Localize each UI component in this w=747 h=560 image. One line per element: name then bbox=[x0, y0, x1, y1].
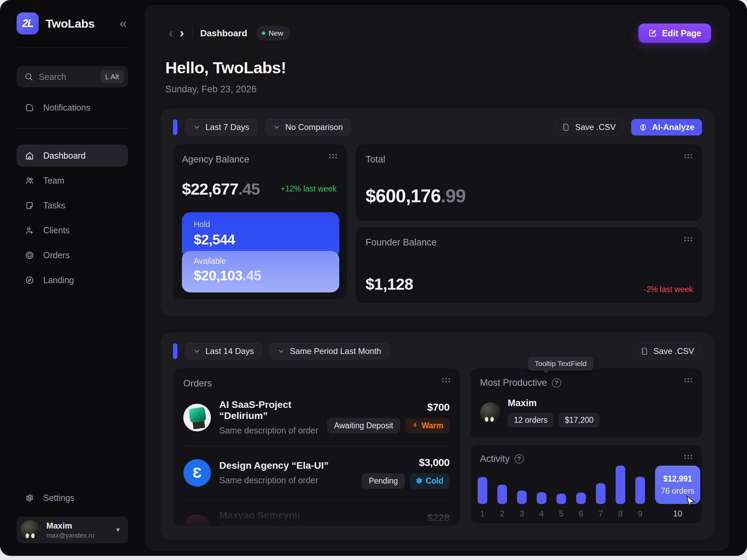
sidebar-item-tasks[interactable]: Tasks bbox=[17, 194, 128, 216]
edit-page-button[interactable]: Edit Page bbox=[638, 24, 711, 43]
compass-icon bbox=[25, 276, 34, 285]
order-status-badge: Pending bbox=[362, 473, 405, 489]
sidebar-item-orders[interactable]: Orders bbox=[17, 244, 128, 266]
orders-section: Last 14 Days Same Period Last Month Save… bbox=[160, 333, 714, 540]
nav-back-icon[interactable]: ‹ bbox=[165, 26, 176, 40]
available-amount: $20,103.45 bbox=[194, 268, 339, 283]
activity-bar[interactable] bbox=[556, 494, 566, 504]
agency-balance-amount: $22,677 bbox=[182, 179, 238, 198]
green-dot-icon bbox=[262, 31, 265, 35]
comparison-filter-dropdown[interactable]: Same Period Last Month bbox=[269, 343, 389, 360]
home-icon bbox=[25, 151, 34, 160]
activity-bar[interactable] bbox=[478, 477, 487, 504]
sidebar-item-team[interactable]: Team bbox=[17, 169, 128, 192]
main-panel: ‹ › Dashboard New Edit Page Hello, TwoLa… bbox=[145, 5, 730, 551]
search-input[interactable]: Search L Alt bbox=[17, 66, 128, 87]
breadcrumb[interactable]: Dashboard bbox=[200, 28, 247, 39]
file-icon bbox=[562, 123, 570, 131]
chevron-down-icon bbox=[277, 347, 285, 355]
bar-label: 7 bbox=[596, 509, 606, 519]
activity-bar-chart: 123456789$12,99176 orders10 bbox=[470, 445, 702, 523]
activity-bar[interactable] bbox=[596, 483, 606, 504]
activity-bar[interactable] bbox=[537, 492, 546, 504]
sidebar-item-landing[interactable]: Landing bbox=[17, 269, 128, 291]
order-amount: $700 bbox=[327, 401, 450, 413]
sidebar-item-clients[interactable]: Clients bbox=[17, 219, 128, 241]
founder-balance-card: Founder Balance $1,128 -2% last week bbox=[356, 227, 702, 303]
save-csv-button[interactable]: Save .CSV bbox=[554, 119, 624, 136]
activity-bar[interactable] bbox=[616, 466, 625, 504]
available-subcard: Available $20,103.45 bbox=[182, 251, 339, 292]
hold-amount: $2,544 bbox=[194, 232, 339, 248]
bar-label: 6 bbox=[576, 509, 586, 519]
sidebar-item-label: Tasks bbox=[43, 200, 65, 211]
sidebar-item-notifications[interactable]: Notifications bbox=[17, 96, 128, 119]
comparison-filter-dropdown[interactable]: No Comparison bbox=[265, 119, 351, 136]
activity-bar[interactable] bbox=[576, 493, 586, 504]
card-menu-button[interactable] bbox=[442, 378, 450, 382]
sidebar-collapse-icon[interactable]: « bbox=[120, 17, 128, 30]
productive-user-avatar bbox=[480, 402, 501, 423]
gear-icon bbox=[25, 493, 34, 503]
chevron-down-icon bbox=[193, 123, 201, 131]
orders-count-badge: 12 orders bbox=[508, 413, 554, 428]
chevron-down-icon: ▼ bbox=[115, 526, 121, 534]
delta-badge: -2% last week bbox=[644, 285, 693, 294]
bar-label: 9 bbox=[635, 509, 645, 519]
user-avatar bbox=[21, 520, 40, 540]
card-title: Most Productive bbox=[480, 377, 547, 388]
target-icon bbox=[25, 251, 34, 260]
activity-bar[interactable] bbox=[497, 485, 507, 504]
order-avatar: Ɛ bbox=[183, 459, 211, 487]
sidebar: 2L TwoLabs « Search L Alt Notifications … bbox=[0, 0, 145, 556]
card-menu-button[interactable] bbox=[329, 154, 337, 158]
section-accent-bar bbox=[173, 343, 177, 359]
new-badge: New bbox=[256, 26, 290, 40]
order-avatar bbox=[183, 404, 211, 431]
save-csv-button[interactable]: Save .CSV bbox=[633, 343, 702, 360]
bar-label: 5 bbox=[556, 509, 566, 519]
range-filter-dropdown[interactable]: Last 7 Days bbox=[185, 119, 257, 136]
help-icon[interactable]: ? bbox=[552, 378, 561, 388]
user-email: max@yandex.ru bbox=[46, 532, 109, 539]
order-row[interactable]: Maxyao Semeynij Biznesmen Same descripti… bbox=[183, 500, 450, 526]
page-title: Hello, TwoLabs! bbox=[165, 58, 730, 77]
activity-bar[interactable] bbox=[635, 477, 645, 504]
bar-label: 4 bbox=[537, 509, 546, 519]
sidebar-item-dashboard[interactable]: Dashboard bbox=[17, 144, 128, 167]
order-name: AI SaaS-Project “Delirium” bbox=[219, 399, 319, 421]
bar-label: 2 bbox=[497, 509, 507, 519]
order-row[interactable]: Ɛ Design Agency “Ela-UI” Same descriptio… bbox=[183, 446, 450, 499]
brand-name: TwoLabs bbox=[46, 17, 113, 30]
order-row[interactable]: AI SaaS-Project “Delirium” Same descript… bbox=[183, 389, 450, 446]
sidebar-item-label: Clients bbox=[43, 225, 70, 235]
divider bbox=[17, 48, 128, 48]
user-menu[interactable]: Maxim max@yandex.ru ▼ bbox=[17, 516, 128, 543]
nav-forward-icon[interactable]: › bbox=[176, 26, 187, 40]
card-title: Orders bbox=[183, 378, 450, 389]
orders-card: Orders AI SaaS-Project “Delirium” Same d… bbox=[173, 368, 460, 526]
flame-icon bbox=[411, 422, 418, 429]
delta-badge: +12% last week bbox=[280, 184, 336, 194]
order-description: Same description of order bbox=[219, 475, 353, 485]
twolabs-logo: 2L bbox=[17, 12, 39, 35]
divider bbox=[17, 128, 128, 129]
ai-analyze-button[interactable]: AI-Analyze bbox=[631, 119, 702, 136]
card-menu-button[interactable] bbox=[684, 237, 692, 241]
sidebar-item-settings[interactable]: Settings bbox=[17, 487, 128, 509]
activity-bar[interactable] bbox=[517, 491, 527, 504]
card-menu-button[interactable] bbox=[684, 154, 692, 158]
activity-card: Activity ? 123456789$12,99176 orders10 bbox=[470, 445, 702, 523]
card-title: Total bbox=[366, 154, 692, 165]
card-menu-button[interactable] bbox=[684, 378, 692, 382]
range-filter-dropdown[interactable]: Last 14 Days bbox=[185, 343, 262, 360]
mouse-cursor bbox=[684, 494, 697, 507]
card-title: Founder Balance bbox=[366, 237, 692, 248]
order-avatar bbox=[183, 514, 211, 526]
chevron-down-icon bbox=[273, 123, 280, 131]
revenue-badge: $17,200 bbox=[559, 413, 600, 428]
bar-label: 10 bbox=[655, 509, 700, 519]
order-name: Maxyao Semeynij Biznesmen bbox=[219, 510, 351, 526]
order-status-badge: Awaiting Deposit bbox=[327, 418, 400, 433]
app-window: 2L TwoLabs « Search L Alt Notifications … bbox=[0, 0, 747, 556]
